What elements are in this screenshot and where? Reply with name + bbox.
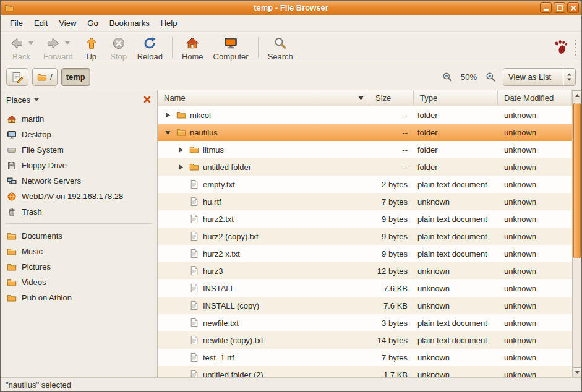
table-row[interactable]: newfile (copy).txt14 bytesplain text doc… (158, 331, 572, 349)
dropdown-arrow-icon[interactable] (65, 41, 70, 47)
toggle-location-entry-button[interactable] (6, 68, 28, 86)
minimize-button[interactable] (540, 2, 552, 13)
sidebar-item-label: Videos (22, 278, 46, 287)
cell-type: unknown (414, 297, 498, 314)
scroll-up-button[interactable] (573, 90, 581, 100)
places-selector[interactable]: Places (6, 95, 39, 104)
folder-icon (176, 110, 186, 120)
maximize-button[interactable] (554, 2, 565, 13)
table-row[interactable]: test_1.rtf7 bytesunknownunknown (158, 349, 572, 366)
cell-type: plain text document (414, 245, 498, 262)
text-file-icon (189, 249, 199, 258)
cell-type: folder (414, 124, 498, 141)
sidebar-item-documents[interactable]: Documents (1, 228, 157, 244)
file-rows: mkcol--folderunknownnautilus--folderunkn… (158, 106, 572, 377)
table-row[interactable]: hurz312 bytesunknownunknown (158, 262, 572, 279)
sidebar-item-martin[interactable]: martin (1, 111, 157, 127)
table-row[interactable]: litmus--folderunknown (158, 141, 572, 158)
text-file-icon (189, 318, 199, 328)
table-row[interactable]: newfile.txt3 bytesplain text documentunk… (158, 314, 572, 331)
window-icon (4, 3, 14, 13)
sidebar-item-pub-on-athlon[interactable]: Pub on Athlon (1, 290, 157, 305)
cell-name: newfile.txt (158, 314, 369, 331)
zoom-out-button[interactable] (440, 70, 455, 85)
scrollbar-thumb[interactable] (573, 103, 581, 258)
table-row[interactable]: untitled folder (2)1.7 KBunknownunknown (158, 366, 572, 377)
back-arrow-icon (9, 36, 24, 51)
folder-icon (7, 247, 17, 257)
table-row[interactable]: hu.rtf7 bytesunknownunknown (158, 193, 572, 210)
path-current-button[interactable]: temp (61, 68, 90, 86)
sidebar-item-pictures[interactable]: Pictures (1, 259, 157, 275)
toolbar-button-label: Up (86, 52, 96, 61)
cell-size: 2 bytes (369, 176, 414, 193)
table-row[interactable]: hurz2.txt9 bytesplain text documentunkno… (158, 210, 572, 228)
search-button[interactable]: Search (263, 33, 298, 62)
column-header-name[interactable]: Name (158, 90, 369, 106)
file-name: test_1.rtf (203, 353, 234, 362)
collapse-expander-icon[interactable] (163, 129, 173, 136)
cell-type: unknown (414, 279, 498, 297)
expand-expander-icon[interactable] (176, 164, 186, 171)
cell-type: unknown (414, 193, 498, 210)
menu-edit[interactable]: Edit (28, 16, 53, 30)
expand-expander-icon[interactable] (163, 112, 173, 119)
view-as-select[interactable]: View as List (503, 68, 576, 86)
column-header-size[interactable]: Size (369, 90, 414, 106)
menu-bookmarks[interactable]: Bookmarks (104, 16, 155, 30)
reload-button[interactable]: Reload (132, 33, 168, 62)
table-row[interactable]: hurz2 x.txt9 bytesplain text documentunk… (158, 245, 572, 262)
table-row[interactable]: mkcol--folderunknown (158, 106, 572, 124)
dropdown-arrow-icon[interactable] (28, 41, 33, 47)
computer-button[interactable]: Computer (208, 33, 254, 62)
toolbar-overflow-grip[interactable] (573, 38, 578, 58)
sidebar-item-floppy-drive[interactable]: Floppy Drive (1, 158, 157, 173)
stop-button[interactable]: Stop (105, 33, 132, 62)
column-header-type[interactable]: Type (414, 90, 498, 106)
toolbar-separator (172, 37, 173, 58)
expand-expander-icon[interactable] (176, 147, 186, 153)
cell-date-modified: unknown (498, 176, 572, 193)
file-name: hurz2.txt (203, 215, 234, 224)
sidebar-item-videos[interactable]: Videos (1, 275, 157, 290)
cell-date-modified: unknown (498, 279, 572, 297)
cell-date-modified: unknown (498, 210, 572, 228)
cell-date-modified: unknown (498, 158, 572, 176)
cell-name: empty.txt (158, 176, 369, 193)
menu-help[interactable]: Help (155, 16, 183, 30)
menu-view[interactable]: View (53, 16, 82, 30)
column-header-date-modified[interactable]: Date Modified (498, 90, 572, 106)
vertical-scrollbar[interactable] (572, 90, 581, 377)
sidebar-item-network-servers[interactable]: Network Servers (1, 173, 157, 189)
sidebar-item-music[interactable]: Music (1, 244, 157, 259)
up-button[interactable]: Up (78, 33, 105, 62)
cell-size: 14 bytes (369, 331, 414, 349)
close-button[interactable] (567, 2, 579, 13)
column-date-label: Date Modified (504, 93, 554, 103)
places-list: martinDesktopFile SystemFloppy DriveNetw… (1, 109, 157, 377)
table-row[interactable]: INSTALL7.6 KBunknownunknown (158, 279, 572, 297)
file-name: hurz2 x.txt (203, 249, 240, 258)
sidebar-item-webdav-on-192-168-178-28[interactable]: WebDAV on 192.168.178.28 (1, 189, 157, 204)
table-row[interactable]: untitled folder--folderunknown (158, 158, 572, 176)
path-root-button[interactable]: / (32, 68, 58, 86)
menu-file[interactable]: File (4, 16, 28, 30)
table-row[interactable]: hurz2 (copy).txt9 bytesplain text docume… (158, 228, 572, 245)
back-button[interactable]: Back (4, 33, 38, 62)
forward-button[interactable]: Forward (38, 33, 78, 62)
places-sidebar: Places martinDesktopFile SystemFloppy Dr… (1, 90, 158, 377)
menu-go[interactable]: Go (82, 16, 103, 30)
table-row[interactable]: nautilus--folderunknown (158, 124, 572, 141)
scroll-down-button[interactable] (573, 367, 581, 377)
file-browser-window: temp - File Browser File Edit View Go Bo… (0, 0, 582, 392)
sidebar-item-file-system[interactable]: File System (1, 142, 157, 158)
zoom-in-button[interactable] (483, 70, 498, 85)
sidebar-item-desktop[interactable]: Desktop (1, 127, 157, 142)
window-titlebar[interactable]: temp - File Browser (1, 1, 581, 15)
table-row[interactable]: empty.txt2 bytesplain text documentunkno… (158, 176, 572, 193)
cell-name: INSTALL (copy) (158, 297, 369, 314)
sidebar-item-trash[interactable]: Trash (1, 204, 157, 219)
home-button[interactable]: Home (177, 33, 208, 62)
table-row[interactable]: INSTALL (copy)7.6 KBunknownunknown (158, 297, 572, 314)
places-close-button[interactable] (142, 94, 153, 105)
